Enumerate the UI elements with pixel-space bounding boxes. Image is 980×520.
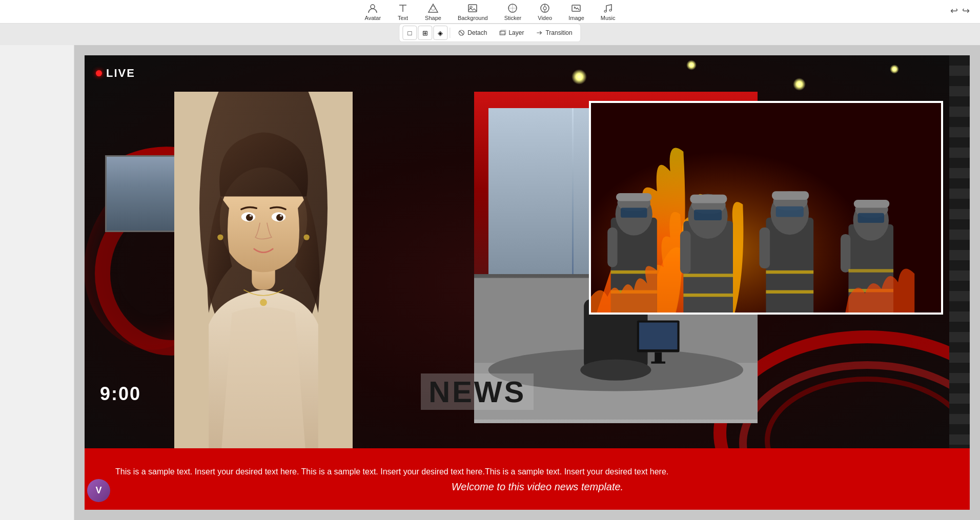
undo-button[interactable]: ↩ [950, 5, 958, 16]
toolbar-item-text[interactable]: Text [397, 3, 409, 21]
detach-label: Detach [467, 29, 487, 36]
ticker-text-line1: This is a sample text. Insert your desir… [115, 466, 959, 478]
anchor-photo [174, 92, 353, 464]
svg-rect-58 [694, 210, 722, 220]
svg-rect-60 [684, 274, 733, 277]
left-sidebar [0, 45, 74, 520]
avatar-icon [367, 3, 378, 14]
anchor-fill [174, 92, 353, 464]
svg-rect-57 [690, 194, 727, 203]
svg-rect-43 [651, 362, 665, 364]
firefighter-inner [591, 103, 941, 313]
toolbar-item-avatar[interactable]: Avatar [365, 3, 381, 21]
background-icon [467, 3, 478, 14]
svg-rect-76 [849, 269, 894, 272]
grid-icon: ⊞ [422, 29, 428, 37]
svg-point-39 [580, 359, 651, 380]
svg-point-31 [280, 215, 282, 217]
layer-icon [498, 29, 506, 37]
svg-rect-65 [772, 191, 809, 200]
toolbar-item-music[interactable]: Music [601, 3, 616, 21]
video-label: Video [538, 15, 552, 21]
svg-point-30 [250, 215, 252, 217]
detach-button[interactable]: Detach [452, 27, 492, 39]
image-icon [570, 3, 582, 14]
svg-rect-51 [608, 227, 618, 267]
toolbar-item-image[interactable]: Image [568, 3, 584, 21]
background-label: Background [458, 15, 488, 21]
svg-rect-41 [639, 323, 678, 349]
svg-point-0 [371, 5, 375, 9]
layer-label: Layer [508, 29, 524, 36]
svg-rect-66 [776, 206, 804, 217]
toolbar-item-background[interactable]: Background [458, 3, 488, 21]
secondary-toolbar: □ ⊞ ◈ Detach Layer Transit [399, 24, 581, 42]
ticker-text-line2: Welcome to this video news template. [115, 481, 959, 493]
music-icon [602, 3, 614, 14]
time-display: 9:00 [100, 383, 141, 405]
svg-line-19 [460, 31, 463, 34]
svg-point-28 [246, 214, 253, 221]
drop-tool-button[interactable]: ◈ [433, 26, 447, 40]
svg-point-29 [276, 214, 283, 221]
svg-point-34 [260, 299, 267, 306]
svg-rect-49 [616, 193, 652, 201]
svg-rect-50 [621, 207, 647, 217]
svg-marker-3 [428, 4, 438, 12]
live-text: LIVE [106, 67, 135, 80]
svg-rect-69 [766, 290, 814, 293]
shape-icon [427, 3, 439, 14]
ticker-bar: This is a sample text. Insert your desir… [85, 448, 970, 510]
video-frame: LIVE [85, 55, 970, 510]
svg-point-6 [470, 6, 472, 8]
layer-button[interactable]: Layer [493, 27, 529, 39]
ceiling-light-3 [793, 78, 806, 91]
svg-rect-59 [680, 231, 691, 274]
redo-button[interactable]: ↪ [962, 5, 970, 16]
svg-rect-74 [858, 213, 885, 222]
sticker-icon [507, 3, 518, 14]
svg-rect-5 [468, 5, 477, 12]
news-title: NEWS [421, 373, 534, 410]
grid-tool-button[interactable]: ⊞ [418, 26, 432, 40]
firefighter-image [589, 101, 943, 315]
canvas-area[interactable]: LIVE [74, 45, 980, 520]
undo-redo-group: ↩ ↪ [950, 5, 970, 16]
transition-button[interactable]: Transition [530, 27, 577, 39]
svg-rect-73 [854, 200, 890, 207]
detach-icon [457, 29, 465, 37]
velvet-logo: V [87, 479, 110, 502]
live-badge: LIVE [96, 67, 135, 80]
sticker-label: Sticker [504, 15, 522, 21]
svg-point-32 [217, 234, 223, 240]
ceiling-light-1 [571, 69, 587, 85]
svg-point-17 [609, 9, 611, 11]
text-label: Text [398, 15, 408, 21]
time-text: 9:00 [100, 383, 141, 404]
separator-1 [450, 28, 450, 38]
drop-icon: ◈ [438, 29, 443, 37]
svg-point-33 [303, 234, 309, 240]
svg-point-4 [431, 6, 435, 10]
dark-strip-right [949, 55, 970, 510]
toolbar-item-video[interactable]: Video [538, 3, 552, 21]
music-label: Music [601, 15, 616, 21]
transition-icon [535, 29, 543, 37]
svg-rect-61 [684, 294, 733, 297]
toolbar-item-shape[interactable]: Shape [425, 3, 441, 21]
text-icon [397, 3, 409, 14]
toolbar-item-sticker[interactable]: Sticker [504, 3, 522, 21]
svg-point-16 [604, 10, 606, 12]
avatar-label: Avatar [365, 15, 381, 21]
square-icon: □ [407, 29, 412, 37]
svg-rect-42 [655, 352, 662, 363]
top-toolbar: Avatar Text Shape Background [0, 0, 980, 24]
live-dot [96, 70, 102, 76]
video-icon [539, 3, 550, 14]
svg-point-15 [574, 6, 576, 8]
square-tool-button[interactable]: □ [402, 26, 417, 40]
ceiling-light-4 [890, 65, 899, 74]
svg-rect-67 [760, 227, 770, 268]
svg-rect-68 [766, 271, 814, 274]
news-text: NEWS [428, 375, 526, 408]
